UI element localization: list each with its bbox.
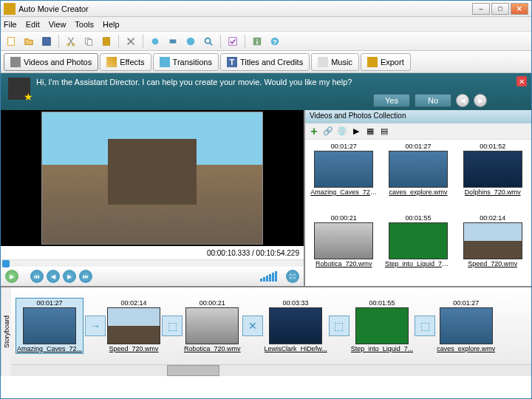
web-icon[interactable] [183,34,198,49]
clip-time: 00:01:55 [405,214,431,222]
storyboard-clip[interactable]: 00:01:55Step_into_Liquid_7... [351,299,414,352]
collection-title: Videos and Photos Collection [305,110,531,123]
assistant-yes-button[interactable]: Yes [373,94,410,107]
transition-slot[interactable]: ⬚ [415,316,435,336]
tab-titles[interactable]: TTitles and Credits [220,53,310,71]
check-icon[interactable] [225,34,240,49]
transition-slot[interactable]: ✕ [242,316,263,336]
view1-icon[interactable]: ▦ [364,126,376,137]
storyboard-clip[interactable]: 00:00:21Robotica_720.wmv [184,299,241,352]
tab-label: Effects [120,58,144,66]
tab-videos-photos[interactable]: Videos and Photos [4,53,98,71]
clip-thumb [355,307,409,344]
collection-panel: Videos and Photos Collection + 🔗 💿 ▶ ▦ ▤… [304,110,531,286]
collection-clip[interactable]: 00:01:52Dolphins_720.wmv [457,143,528,211]
clip-name: Speed_720.wmv [468,260,517,267]
tab-effects[interactable]: Effects [100,53,151,71]
tab-export[interactable]: Export [361,53,411,71]
link-icon[interactable]: 🔗 [322,126,334,137]
storyboard-clip[interactable]: 00:02:14Speed_720.wmv [107,299,160,352]
transition-slot[interactable]: → [85,316,106,336]
assistant-no-button[interactable]: No [415,94,451,107]
paste-icon[interactable] [99,34,114,49]
clip-thumb [185,307,239,344]
clip-time: 00:01:52 [480,143,505,150]
info-icon[interactable]: i [250,34,265,49]
clip-thumb [463,222,522,259]
prev-button[interactable]: ⏮ [30,270,44,283]
tab-label: Videos and Photos [24,58,92,66]
transition-slot[interactable]: ⬚ [329,316,349,336]
tab-label: Transitions [173,58,212,66]
clip-name: caves_explore.wmv [389,188,447,196]
search-icon[interactable] [201,34,216,49]
svg-rect-1 [43,37,51,45]
menu-file[interactable]: File [4,20,17,29]
clip-time: 00:01:27 [405,143,431,150]
clip-time: 00:00:21 [331,214,357,222]
assistant-forward-icon[interactable]: ▶ [474,94,487,107]
menu-tools[interactable]: Tools [75,20,94,29]
tab-music[interactable]: Music [311,53,359,71]
clip-time: 00:01:27 [453,299,479,307]
copy-icon[interactable] [81,34,96,49]
menu-edit[interactable]: Edit [26,20,40,29]
storyboard-clip[interactable]: 00:03:33LewisClark_HiDefw... [265,299,327,352]
clip-time: 00:02:14 [480,214,505,222]
help-icon[interactable]: ? [267,34,282,49]
storyboard-panel: Storyboard 00:01:27Amazing_Caves_72...→0… [1,286,531,376]
view2-icon[interactable]: ▤ [378,126,390,137]
menu-help[interactable]: Help [103,20,120,29]
svg-rect-8 [170,39,177,43]
clip-thumb [389,151,448,188]
disc-icon[interactable]: 💿 [336,126,348,137]
add-clip-icon[interactable]: + [308,126,320,137]
assistant-close-icon[interactable]: ✕ [516,76,527,86]
clip-name: LewisClark_HiDefw... [265,345,327,352]
menu-view[interactable]: View [49,20,66,29]
tools-icon[interactable] [123,34,138,49]
volume-indicator[interactable] [260,271,277,282]
open-icon[interactable] [21,34,36,49]
connect-icon[interactable] [148,34,163,49]
fullscreen-button[interactable]: ⛶ [286,270,299,283]
transition-slot[interactable]: ⬚ [162,316,183,336]
menubar: File Edit View Tools Help [1,17,531,32]
clip-thumb [23,307,76,344]
assistant-back-icon[interactable]: ◀ [456,94,469,107]
preview-video[interactable] [1,110,304,246]
collection-clip[interactable]: 00:01:55Step_into_Liquid_720.w... [383,214,454,283]
storyboard-scrollbar[interactable] [11,364,531,376]
cut-icon[interactable] [64,34,78,49]
step-back-button[interactable]: ◀ [47,270,60,283]
new-icon[interactable] [4,34,18,49]
record-icon[interactable] [166,34,180,49]
play-button[interactable]: ▶ [5,270,18,283]
collection-clip[interactable]: 00:00:21Robotica_720.wmv [308,214,380,283]
next-button[interactable]: ⏭ [79,270,92,283]
collection-clip[interactable]: 00:02:14Speed_720.wmv [457,214,528,283]
clip-time: 00:01:55 [369,299,395,307]
collection-toolbar: + 🔗 💿 ▶ ▦ ▤ [305,123,531,140]
storyboard-clip[interactable]: 00:01:27caves_explore.wmv [437,299,495,352]
clip-thumb [463,151,522,188]
clip-name: Speed_720.wmv [109,345,159,352]
storyboard-clip[interactable]: 00:01:27Amazing_Caves_72... [16,298,83,354]
clip-thumb [269,307,322,344]
save-icon[interactable] [39,34,54,49]
collection-clip[interactable]: 00:01:27caves_explore.wmv [383,143,454,211]
clip-time: 00:01:27 [37,299,63,307]
minimize-button[interactable]: – [472,3,490,15]
play-clip-icon[interactable]: ▶ [350,126,362,137]
close-button[interactable]: ✕ [511,3,528,15]
clip-thumb [314,151,373,188]
maximize-button[interactable]: □ [491,3,509,15]
clip-name: Robotica_720.wmv [316,260,372,267]
app-icon [4,3,16,15]
preview-seek-slider[interactable] [1,259,304,267]
collection-clip[interactable]: 00:01:27Amazing_Caves_720... [308,143,380,211]
tab-transitions[interactable]: Transitions [153,53,219,71]
step-fwd-button[interactable]: ▶ [63,270,76,283]
clip-time: 00:02:14 [121,299,147,307]
svg-rect-5 [87,39,92,45]
